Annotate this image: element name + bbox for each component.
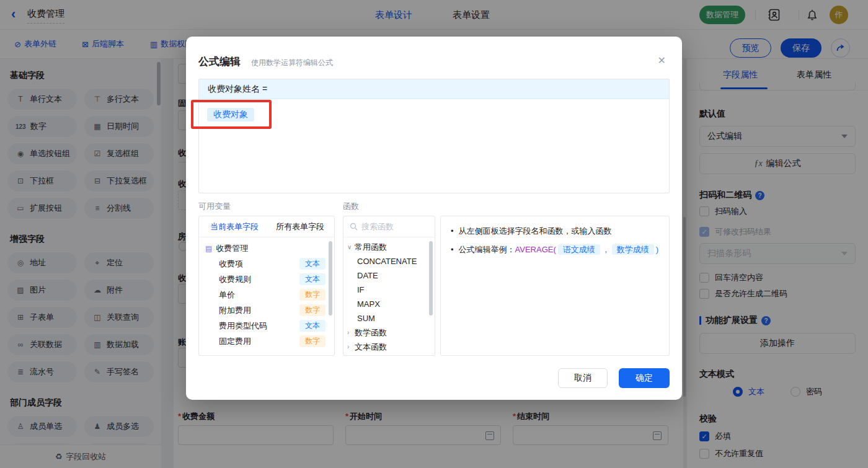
type-badge: 文本 — [299, 258, 326, 270]
function-name: IF — [357, 285, 365, 294]
formula-edit-modal: 公式编辑 使用数学运算符编辑公式 ✕ 收费对象姓名 = 收费对象 可用变量 函数… — [186, 37, 682, 400]
example-close-paren: ) — [656, 245, 658, 254]
variable-name: 单价 — [219, 289, 299, 301]
example-comma: ， — [602, 245, 610, 254]
bullet-icon: • — [451, 224, 454, 237]
variable-item[interactable]: 收费项文本 — [199, 256, 334, 272]
function-item[interactable]: DATE — [343, 268, 435, 283]
function-item[interactable]: CONCATENATE — [343, 254, 435, 268]
function-group-text[interactable]: ›文本函数 — [343, 340, 435, 354]
variable-name: 固定费用 — [219, 336, 299, 347]
variable-item[interactable]: 收费规则文本 — [199, 272, 334, 287]
chevron-down-icon: ∨ — [347, 244, 355, 250]
variable-item[interactable]: 单价数字 — [199, 287, 334, 302]
example-field-chip: 语文成绩 — [558, 244, 600, 255]
function-item[interactable]: MAPX — [343, 297, 435, 311]
type-badge: 文本 — [299, 320, 326, 332]
formula-editor[interactable]: 收费对象姓名 = 收费对象 — [198, 79, 670, 193]
variables-panel: 当前表单字段 所有表单字段 ▤ 收费管理 收费项文本 收费规则文本 单价数字 附… — [198, 216, 335, 356]
tips-panel: • 从左侧面板选择字段名和函数，或输入函数 • 公式编辑举例：AVERAGE(语… — [440, 216, 670, 356]
group-label: 文本函数 — [355, 342, 387, 353]
bullet-icon: • — [451, 243, 454, 256]
function-group-common[interactable]: ∨常用函数 — [343, 240, 435, 254]
example-function: AVERAGE( — [515, 245, 556, 254]
functions-label: 函数 — [343, 201, 359, 212]
cancel-button[interactable]: 取消 — [558, 368, 608, 388]
function-item[interactable]: SUM — [343, 311, 435, 325]
variables-tabs: 当前表单字段 所有表单字段 — [199, 216, 334, 237]
group-label: 数学函数 — [355, 327, 387, 338]
function-name: DATE — [357, 271, 378, 280]
type-badge: 数字 — [299, 289, 326, 301]
variable-name: 费用类型代码 — [219, 320, 299, 332]
variables-scrollbar[interactable] — [329, 241, 332, 316]
chevron-right-icon: › — [347, 343, 355, 350]
variable-name: 收费规则 — [219, 274, 299, 285]
function-group-math[interactable]: ›数学函数 — [343, 325, 435, 340]
functions-panel: 搜索函数 ∨常用函数 CONCATENATE DATE IF MAPX SUM … — [343, 216, 435, 356]
search-placeholder: 搜索函数 — [361, 221, 394, 232]
type-badge: 数字 — [299, 304, 326, 316]
chevron-right-icon: › — [347, 329, 355, 336]
document-icon: ▤ — [205, 244, 212, 253]
example-field-chip: 数学成绩 — [612, 244, 654, 255]
variables-label: 可用变量 — [198, 201, 231, 212]
variable-item[interactable]: 固定费用数字 — [199, 333, 334, 349]
confirm-button[interactable]: 确定 — [619, 368, 670, 388]
variable-item[interactable]: 费用类型代码文本 — [199, 318, 334, 333]
function-name: CONCATENATE — [357, 257, 417, 266]
tip-line-2: • 公式编辑举例：AVERAGE(语文成绩，数学成绩) — [451, 243, 659, 256]
variable-item[interactable]: 附加费用数字 — [199, 302, 334, 318]
close-icon[interactable]: ✕ — [658, 56, 666, 66]
tip-line-1: • 从左侧面板选择字段名和函数，或输入函数 — [451, 224, 659, 237]
function-search[interactable]: 搜索函数 — [343, 216, 435, 237]
function-name: MAPX — [357, 299, 380, 309]
tip-text: 从左侧面板选择字段名和函数，或输入函数 — [459, 224, 612, 237]
group-label: 常用函数 — [355, 242, 387, 253]
type-badge: 文本 — [299, 273, 326, 285]
variable-name: 收费项 — [219, 258, 299, 270]
variable-name: 附加费用 — [219, 305, 299, 316]
formula-target-bar: 收费对象姓名 = — [199, 79, 669, 99]
modal-subtitle: 使用数学运算符编辑公式 — [251, 58, 333, 68]
function-name: SUM — [357, 314, 375, 323]
tip-example: 公式编辑举例：AVERAGE(语文成绩，数学成绩) — [459, 243, 659, 256]
modal-title: 公式编辑 — [198, 55, 241, 69]
function-item[interactable]: IF — [343, 283, 435, 297]
search-icon — [350, 223, 358, 231]
variables-root-node[interactable]: ▤ 收费管理 — [199, 241, 334, 256]
example-prefix: 公式编辑举例： — [459, 245, 515, 254]
annotation-highlight-box — [191, 100, 272, 129]
root-label: 收费管理 — [216, 243, 326, 254]
type-badge: 数字 — [299, 335, 326, 347]
tab-current-form-fields[interactable]: 当前表单字段 — [210, 221, 259, 232]
tab-all-form-fields[interactable]: 所有表单字段 — [276, 221, 324, 232]
functions-scrollbar[interactable] — [429, 241, 433, 316]
